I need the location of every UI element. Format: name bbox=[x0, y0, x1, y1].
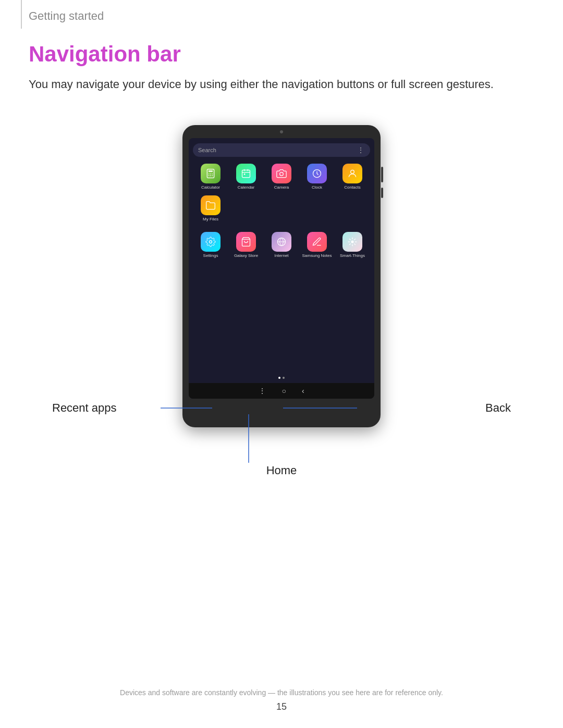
svg-rect-8 bbox=[242, 170, 250, 177]
tablet-device: Search ⋮ Calculator Calendar bbox=[182, 125, 381, 427]
svg-point-13 bbox=[280, 172, 284, 176]
tablet-navbar: ⋮ ○ ‹ bbox=[189, 383, 374, 399]
calculator-label: Calculator bbox=[201, 185, 220, 190]
settings-icon bbox=[201, 232, 221, 252]
svg-point-2 bbox=[209, 174, 210, 175]
internet-label: Internet bbox=[274, 253, 288, 258]
app-item-samsungnotes[interactable]: Samsung Notes bbox=[299, 232, 335, 258]
clock-icon bbox=[307, 164, 327, 183]
myfiles-label: My Files bbox=[203, 217, 218, 222]
calendar-label: Calendar bbox=[238, 185, 254, 190]
tablet-body: Search ⋮ Calculator Calendar bbox=[182, 125, 381, 427]
section-border bbox=[21, 0, 22, 29]
svg-point-15 bbox=[351, 170, 354, 174]
calendar-icon bbox=[236, 164, 256, 183]
app-item-calendar[interactable]: Calendar bbox=[228, 164, 264, 190]
app-grid-row2: Settings Galaxy Store Internet bbox=[189, 229, 374, 266]
recent-apps-button: ⋮ bbox=[259, 387, 266, 395]
app-item-internet[interactable]: Internet bbox=[264, 232, 299, 258]
svg-point-16 bbox=[210, 241, 212, 243]
galaxystore-icon bbox=[236, 232, 256, 252]
page-number: 15 bbox=[276, 701, 287, 712]
contacts-label: Contacts bbox=[344, 185, 361, 190]
power-button bbox=[381, 167, 383, 182]
home-button: ○ bbox=[282, 387, 286, 395]
svg-rect-12 bbox=[244, 174, 246, 175]
search-bar: Search ⋮ bbox=[193, 143, 370, 157]
contacts-icon bbox=[342, 164, 362, 183]
svg-point-3 bbox=[210, 174, 211, 175]
breadcrumb: Getting started bbox=[29, 9, 104, 23]
back-button: ‹ bbox=[302, 387, 304, 395]
svg-point-7 bbox=[212, 175, 213, 176]
camera-label: Camera bbox=[274, 185, 289, 190]
internet-icon bbox=[272, 232, 291, 252]
app-item-clock[interactable]: Clock bbox=[299, 164, 335, 190]
svg-rect-1 bbox=[209, 170, 213, 172]
app-item-calculator[interactable]: Calculator bbox=[193, 164, 228, 190]
app-grid-row1: Calculator Calendar Camera bbox=[189, 161, 374, 229]
back-label: Back bbox=[485, 401, 511, 415]
svg-point-5 bbox=[209, 175, 210, 176]
search-placeholder: Search bbox=[198, 147, 216, 153]
volume-button bbox=[381, 188, 383, 198]
description-text: You may navigate your device by using ei… bbox=[29, 76, 534, 93]
svg-point-4 bbox=[212, 174, 213, 175]
svg-point-6 bbox=[210, 175, 211, 176]
recent-apps-label: Recent apps bbox=[52, 401, 117, 415]
svg-line-25 bbox=[349, 239, 350, 240]
svg-point-20 bbox=[351, 241, 354, 243]
samsungnotes-icon bbox=[307, 232, 327, 252]
dot-1 bbox=[278, 377, 280, 379]
home-label: Home bbox=[266, 464, 297, 477]
camera-icon bbox=[272, 164, 291, 183]
app-item-contacts[interactable]: Contacts bbox=[335, 164, 370, 190]
app-item-galaxystore[interactable]: Galaxy Store bbox=[228, 232, 264, 258]
app-item-settings[interactable]: Settings bbox=[193, 232, 228, 258]
samsungnotes-label: Samsung Notes bbox=[302, 253, 332, 258]
app-item-smartthings[interactable]: Smart-Things bbox=[335, 232, 370, 258]
clock-label: Clock bbox=[312, 185, 322, 190]
svg-line-26 bbox=[354, 244, 356, 245]
svg-line-27 bbox=[354, 239, 356, 240]
calculator-icon bbox=[201, 164, 221, 183]
myfiles-icon bbox=[201, 195, 221, 215]
page-title: Navigation bar bbox=[29, 42, 181, 67]
svg-line-28 bbox=[349, 244, 350, 245]
app-item-camera[interactable]: Camera bbox=[264, 164, 299, 190]
page-indicator bbox=[278, 377, 285, 379]
search-menu-icon: ⋮ bbox=[357, 146, 365, 154]
smartthings-label: Smart-Things bbox=[340, 253, 365, 258]
galaxystore-label: Galaxy Store bbox=[234, 253, 258, 258]
app-item-myfiles[interactable]: My Files bbox=[193, 195, 228, 222]
footer-note: Devices and software are constantly evol… bbox=[120, 688, 443, 697]
camera-dot bbox=[280, 130, 283, 133]
smartthings-icon bbox=[342, 232, 362, 252]
dot-2 bbox=[283, 377, 285, 379]
settings-label: Settings bbox=[203, 253, 218, 258]
tablet-screen: Search ⋮ Calculator Calendar bbox=[189, 138, 374, 399]
